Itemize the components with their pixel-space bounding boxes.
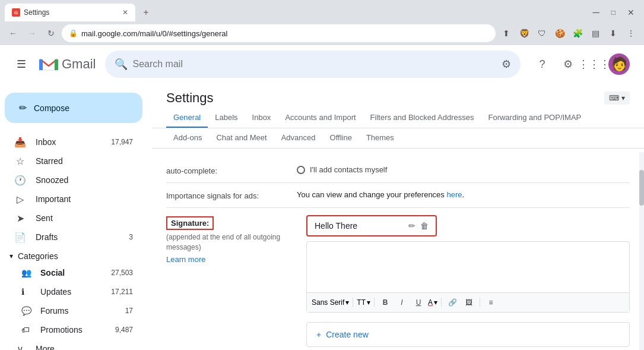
minimize-button[interactable]: ─ [592, 7, 599, 18]
starred-label: Starred [36, 156, 133, 166]
address-bar[interactable]: 🔒 mail.google.com/mail/u/0/#settings/gen… [62, 24, 496, 42]
create-new-button[interactable]: + Create new [306, 322, 630, 347]
extensions-icon[interactable]: 🧩 [569, 25, 586, 42]
forward-button[interactable]: → [24, 25, 40, 42]
tab-filters[interactable]: Filters and Blocked Addresses [363, 108, 481, 128]
keyboard-shortcuts-button[interactable]: ⌨ ▾ [604, 92, 630, 105]
signature-setting-row: Signature: (appended at the end of all o… [166, 208, 630, 347]
signature-label-box: Signature: [166, 216, 214, 230]
signature-edit-icon[interactable]: ✏ [408, 221, 415, 231]
sidebar-item-inbox[interactable]: 📥 Inbox 17,947 [0, 133, 142, 152]
sidebar-item-more[interactable]: ∨ More [0, 339, 142, 350]
autocomplete-option: I'll add contacts myself [297, 165, 630, 174]
browser-chrome: G Settings ✕ + ─ □ ✕ ← → ↻ 🔒 mail.google… [0, 0, 644, 45]
sidebar-item-starred[interactable]: ☆ Starred [0, 152, 142, 171]
signature-label-area: Signature: (appended at the end of all o… [166, 215, 297, 347]
tab-forwarding[interactable]: Forwarding and POP/IMAP [481, 108, 588, 128]
search-input[interactable] [132, 59, 497, 70]
tab-general[interactable]: General [166, 108, 208, 128]
compose-button[interactable]: ✏ Compose [5, 93, 142, 123]
starred-icon: ☆ [14, 156, 26, 167]
learn-more-link[interactable]: Learn more [166, 255, 205, 264]
bold-button[interactable]: B [378, 295, 392, 310]
scrollbar-thumb[interactable] [639, 170, 644, 206]
categories-label: Categories [18, 251, 58, 261]
maximize-button[interactable]: □ [611, 8, 616, 17]
font-color-select[interactable]: A ▾ [428, 298, 437, 307]
important-label: Important [36, 194, 133, 204]
vpn-icon[interactable]: 🛡 [534, 25, 550, 42]
image-button[interactable]: 🖼 [462, 295, 476, 310]
forums-count: 17 [125, 307, 133, 315]
search-filter-icon[interactable]: ⚙ [502, 58, 511, 71]
apps-button[interactable]: ⋮⋮⋮ [582, 52, 606, 76]
image-icon: 🖼 [465, 298, 472, 307]
font-size-select[interactable]: TT ▾ [357, 298, 370, 307]
scrollbar-track[interactable] [639, 152, 644, 350]
signature-editor-content[interactable] [307, 242, 629, 289]
tab-labels[interactable]: Labels [208, 108, 245, 128]
tab-addons[interactable]: Add-ons [166, 128, 209, 148]
browser-tab[interactable]: G Settings ✕ [5, 4, 135, 21]
tab-advanced[interactable]: Advanced [274, 128, 323, 148]
search-icon: 🔍 [115, 58, 128, 71]
sidebar-item-sent[interactable]: ➤ Sent [0, 209, 142, 228]
gmail-search-bar[interactable]: 🔍 ⚙ [105, 51, 521, 78]
browser-titlebar: G Settings ✕ + ─ □ ✕ [0, 0, 644, 21]
new-tab-button[interactable]: + [138, 4, 154, 21]
link-button[interactable]: 🔗 [445, 295, 459, 310]
important-icon: ▷ [14, 194, 26, 205]
downloads-icon[interactable]: ⬇ [605, 25, 621, 42]
importance-value: You can view and change your preferences… [297, 190, 630, 199]
sidebar-item-important[interactable]: ▷ Important [0, 190, 142, 209]
user-avatar[interactable]: 🧑 [608, 53, 630, 75]
cookie-icon[interactable]: 🍪 [551, 25, 568, 42]
social-label: Social [40, 268, 101, 278]
sidebar-item-drafts[interactable]: 📄 Drafts 3 [0, 228, 142, 247]
tab-chat[interactable]: Chat and Meet [209, 128, 274, 148]
categories-expand-icon[interactable]: ▾ [9, 252, 13, 260]
importance-link[interactable]: here [446, 190, 462, 199]
settings-tabs-row1: General Labels Inbox Accounts and Import… [152, 108, 644, 128]
sidebar-item-updates[interactable]: ℹ Updates 17,211 [0, 282, 142, 301]
tab-accounts[interactable]: Accounts and Import [278, 108, 363, 128]
gmail-header-icons: ? ⚙ ⋮⋮⋮ 🧑 [530, 52, 630, 76]
tab-favicon: G [12, 8, 20, 17]
sidebar-item-snoozed[interactable]: 🕐 Snoozed [0, 171, 142, 190]
tab-inbox[interactable]: Inbox [245, 108, 278, 128]
gmail-menu-button[interactable]: ☰ [9, 52, 33, 76]
align-button[interactable]: ≡ [484, 295, 498, 310]
toolbar-divider-2 [374, 298, 375, 307]
signature-editor[interactable]: Sans Serif ▾ TT ▾ B [306, 241, 630, 313]
italic-button[interactable]: I [395, 295, 409, 310]
autocomplete-radio[interactable] [297, 166, 305, 174]
link-icon: 🔗 [448, 298, 457, 307]
brave-icon[interactable]: 🦁 [516, 25, 532, 42]
tab-offline[interactable]: Offline [323, 128, 359, 148]
tab-close-button[interactable]: ✕ [122, 8, 128, 17]
sidebar-item-social[interactable]: 👥 Social 27,503 [0, 263, 142, 282]
autocomplete-label: auto-complete: [166, 165, 297, 175]
gmail-logo-icon [38, 53, 59, 75]
reload-button[interactable]: ↻ [43, 25, 59, 42]
font-dropdown-arrow: ▾ [345, 298, 349, 307]
share-icon[interactable]: ⬆ [498, 25, 515, 42]
security-icon: 🔒 [69, 29, 78, 37]
signature-delete-icon[interactable]: 🗑 [420, 221, 429, 231]
toolbar-divider-1 [353, 298, 353, 307]
compose-label: Compose [34, 103, 69, 113]
sidebar-item-promotions[interactable]: 🏷 Promotions 9,487 [0, 320, 142, 339]
main-layout: ✏ Compose 📥 Inbox 17,947 ☆ Starred 🕐 Sno… [0, 83, 644, 350]
settings-button[interactable]: ⚙ [556, 52, 580, 76]
tab-themes[interactable]: Themes [359, 128, 401, 148]
browser-toolbar: ← → ↻ 🔒 mail.google.com/mail/u/0/#settin… [0, 21, 644, 45]
font-family-select[interactable]: Sans Serif ▾ [312, 298, 349, 307]
back-button[interactable]: ← [5, 25, 21, 42]
browser-menu-icon[interactable]: ⋮ [623, 25, 639, 42]
close-button[interactable]: ✕ [627, 8, 635, 17]
underline-button[interactable]: U [411, 295, 426, 310]
help-button[interactable]: ? [530, 52, 554, 76]
sidebar-item-forums[interactable]: 💬 Forums 17 [0, 301, 142, 320]
sidebar-toggle-icon[interactable]: ▤ [587, 25, 604, 42]
signature-item[interactable]: Hello There ✏ 🗑 [306, 215, 437, 237]
